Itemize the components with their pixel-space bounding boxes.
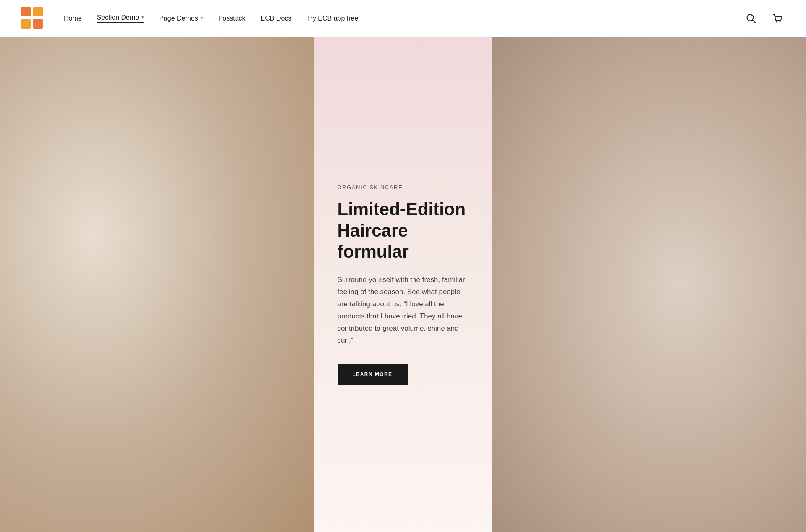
search-icon bbox=[746, 13, 756, 24]
svg-rect-25 bbox=[71, 332, 102, 342]
svg-rect-21 bbox=[48, 281, 123, 431]
nav-item-posstack[interactable]: Posstack bbox=[218, 15, 246, 22]
header-left: Home Section Demo ▾ Page Demos ▾ Posstac… bbox=[20, 6, 358, 31]
svg-rect-54 bbox=[710, 263, 756, 452]
main-nav: Home Section Demo ▾ Page Demos ▾ Posstac… bbox=[64, 14, 358, 23]
svg-rect-8 bbox=[0, 37, 314, 532]
svg-rect-44 bbox=[646, 73, 689, 146]
svg-rect-37 bbox=[518, 37, 583, 241]
svg-rect-52 bbox=[600, 376, 630, 379]
hero-content-panel: ORGANIC SKINCARE Limited-Edition Haircar… bbox=[314, 37, 492, 532]
hero-section: ORGANIC SKINCARE Limited-Edition Haircar… bbox=[0, 37, 806, 532]
cart-icon bbox=[772, 13, 783, 24]
svg-rect-34 bbox=[150, 355, 175, 360]
svg-rect-43 bbox=[638, 37, 696, 248]
right-background: g bbox=[492, 37, 806, 532]
svg-rect-12 bbox=[50, 37, 106, 136]
hero-title: Limited-Edition Haircare formular bbox=[338, 199, 469, 262]
svg-rect-50 bbox=[600, 361, 632, 365]
nav-item-page-demos[interactable]: Page Demos ▾ bbox=[159, 15, 203, 22]
logo-icon bbox=[20, 6, 44, 29]
nav-item-section-demo[interactable]: Section Demo ▾ bbox=[97, 14, 144, 23]
svg-rect-32 bbox=[149, 337, 177, 343]
hero-body: Surround yourself with the fresh, famili… bbox=[338, 274, 469, 347]
svg-rect-51 bbox=[600, 369, 627, 372]
header-right bbox=[743, 10, 786, 27]
svg-point-10 bbox=[0, 82, 305, 526]
svg-rect-3 bbox=[33, 19, 43, 29]
svg-rect-42 bbox=[638, 37, 696, 248]
learn-more-button[interactable]: LEARN MORE bbox=[338, 364, 408, 385]
chevron-down-icon: ▾ bbox=[201, 16, 203, 21]
svg-rect-53 bbox=[710, 263, 756, 452]
svg-rect-38 bbox=[518, 37, 583, 241]
svg-rect-13 bbox=[62, 54, 91, 97]
right-scene-svg: g bbox=[492, 37, 806, 532]
hero-image-left bbox=[0, 37, 314, 532]
svg-rect-48 bbox=[589, 284, 644, 503]
nav-item-try-ecb[interactable]: Try ECB app free bbox=[306, 15, 358, 22]
svg-line-5 bbox=[753, 20, 756, 23]
hero-subtitle: ORGANIC SKINCARE bbox=[338, 184, 469, 190]
svg-rect-30 bbox=[139, 292, 201, 446]
cart-button[interactable] bbox=[769, 10, 786, 27]
svg-rect-26 bbox=[69, 340, 93, 348]
svg-text:g: g bbox=[730, 417, 737, 430]
hero-image-right: g bbox=[492, 37, 806, 532]
left-scene-svg bbox=[0, 37, 314, 532]
svg-rect-11 bbox=[50, 37, 106, 136]
svg-rect-28 bbox=[65, 359, 85, 366]
svg-rect-1 bbox=[21, 19, 31, 29]
svg-point-56 bbox=[720, 410, 746, 436]
svg-rect-36 bbox=[492, 37, 806, 532]
svg-rect-24 bbox=[72, 324, 99, 333]
svg-rect-29 bbox=[139, 292, 201, 446]
svg-rect-31 bbox=[148, 326, 185, 334]
chevron-down-icon: ▾ bbox=[141, 15, 144, 20]
svg-rect-22 bbox=[48, 281, 123, 431]
svg-rect-49 bbox=[596, 343, 636, 408]
svg-rect-16 bbox=[114, 37, 162, 120]
svg-rect-33 bbox=[150, 345, 183, 351]
svg-rect-2 bbox=[33, 7, 43, 16]
svg-point-6 bbox=[776, 21, 777, 22]
nav-item-ecb-docs[interactable]: ECB Docs bbox=[261, 15, 292, 22]
svg-rect-23 bbox=[74, 314, 111, 327]
svg-rect-47 bbox=[589, 284, 644, 503]
svg-rect-17 bbox=[114, 37, 162, 120]
site-header: Home Section Demo ▾ Page Demos ▾ Posstac… bbox=[0, 0, 806, 37]
left-background bbox=[0, 37, 314, 532]
svg-rect-18 bbox=[125, 37, 152, 77]
svg-point-9 bbox=[0, 37, 314, 532]
nav-item-home[interactable]: Home bbox=[64, 15, 82, 22]
svg-rect-0 bbox=[21, 7, 31, 16]
logo-link[interactable] bbox=[20, 6, 44, 31]
svg-point-7 bbox=[780, 21, 781, 22]
svg-rect-35 bbox=[151, 363, 181, 369]
svg-rect-27 bbox=[67, 349, 96, 358]
svg-rect-55 bbox=[717, 321, 749, 376]
search-button[interactable] bbox=[743, 10, 759, 26]
